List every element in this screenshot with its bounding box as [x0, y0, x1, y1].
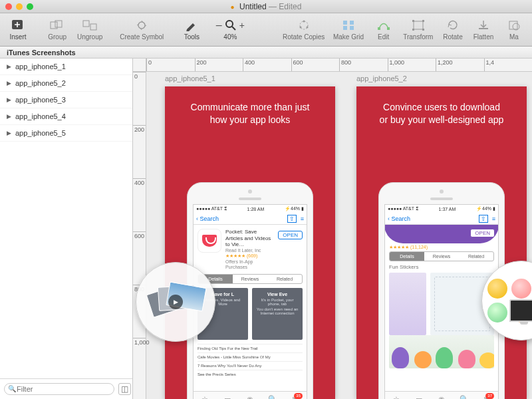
- artboard-2[interactable]: Convince users to download or buy your w…: [356, 86, 527, 399]
- layer-row[interactable]: ▶app_iphone5_2: [0, 75, 132, 92]
- edit-button[interactable]: Edit: [368, 17, 399, 42]
- layer-row[interactable]: ▶app_iphone5_4: [0, 108, 132, 125]
- list-item: See the Precis Series: [198, 370, 303, 378]
- list-icon[interactable]: ≡: [492, 215, 495, 222]
- rotate-icon: [445, 19, 461, 32]
- updates-badge: 35: [294, 393, 303, 399]
- svg-point-9: [306, 27, 308, 29]
- svg-point-6: [226, 21, 233, 27]
- zoom-in-button[interactable]: +: [239, 20, 245, 31]
- page-name: iTunes Screenshots: [7, 49, 76, 57]
- svg-rect-20: [412, 29, 414, 31]
- flatten-icon: [475, 19, 491, 32]
- ungroup-button[interactable]: Ungroup: [72, 17, 107, 42]
- layer-row[interactable]: ▶app_iphone5_5: [0, 125, 132, 142]
- create-symbol-button[interactable]: Create Symbol: [116, 17, 168, 42]
- ruler-vertical: 02004006008001,000: [133, 72, 146, 399]
- open-button[interactable]: OPEN: [278, 231, 303, 239]
- artboard-label[interactable]: app_iphone5_1: [165, 74, 215, 82]
- layer-row[interactable]: ▶app_iphone5_3: [0, 92, 132, 108]
- svg-point-8: [303, 21, 305, 23]
- svg-rect-4: [90, 24, 96, 30]
- headline: Communicate more than just how your app …: [165, 86, 335, 126]
- filter-input[interactable]: [4, 383, 114, 395]
- tools-button[interactable]: Tools: [176, 17, 207, 42]
- page-selector[interactable]: iTunes Screenshots: [0, 47, 532, 59]
- svg-rect-18: [412, 20, 414, 22]
- layer-name: app_iphone5_3: [15, 96, 66, 104]
- grid-icon: [340, 19, 356, 32]
- svg-rect-19: [422, 20, 424, 22]
- minimize-icon[interactable]: [16, 3, 23, 10]
- open-button[interactable]: OPEN: [470, 229, 495, 237]
- screenshot-card: View Eve It's in Pocket, your phone, tab…: [252, 288, 303, 340]
- back-button[interactable]: ‹ Search: [388, 215, 410, 222]
- app-rating: ★★★★★ (11,124): [385, 243, 498, 251]
- phone-camera-icon: [440, 190, 444, 194]
- mask-button-partial[interactable]: Ma: [499, 17, 529, 42]
- disclosure-icon: ▶: [7, 113, 11, 120]
- list-icon[interactable]: ≡: [301, 215, 304, 222]
- tab-search[interactable]: 🔍Search: [261, 392, 284, 399]
- play-icon: ▶: [168, 295, 183, 309]
- screenshot-thumb: [389, 273, 426, 335]
- zoom-icon[interactable]: [27, 3, 33, 10]
- mask-icon: [506, 19, 522, 32]
- filter-bar: 🔍 ◫ ✎ 10: [0, 378, 132, 399]
- layer-name: app_iphone5_5: [15, 129, 66, 137]
- character-strip: [389, 335, 494, 368]
- tab-featured[interactable]: ☆Featured: [194, 392, 216, 399]
- eyedropper-icon[interactable]: ◫: [118, 383, 131, 395]
- back-button[interactable]: ‹ Search: [196, 215, 219, 222]
- tab-updates[interactable]: ▣Updates37: [475, 392, 498, 399]
- artboard-label[interactable]: app_iphone5_2: [356, 74, 407, 82]
- rotate-button[interactable]: Rotate: [438, 17, 468, 42]
- app-icon: [198, 229, 221, 253]
- flatten-button[interactable]: Flatten: [468, 17, 499, 42]
- group-icon: [49, 19, 65, 32]
- tab-search[interactable]: 🔍Search: [453, 392, 475, 399]
- svg-rect-13: [343, 26, 347, 30]
- tab-nearme[interactable]: ◉Near Me: [239, 392, 261, 399]
- canvas[interactable]: 02004006008001,0001,2001,4 0200400600800…: [133, 59, 532, 399]
- status-bar: ●●●●● AT&T ⵉ 1:28 AM ⚡44% ▮: [194, 205, 307, 213]
- toolbar: Insert Group Ungroup Create Symbol Tools…: [0, 13, 532, 47]
- segment-control[interactable]: Details Reviews Related: [389, 251, 494, 261]
- share-icon[interactable]: ⇧: [479, 215, 488, 223]
- phone-speaker-icon: [430, 198, 453, 200]
- tab-topcharts[interactable]: ▭Top Charts: [408, 392, 430, 399]
- doc-title: Untitled: [239, 2, 267, 11]
- layer-row[interactable]: ▶app_iphone5_1: [0, 59, 132, 75]
- segment-control[interactable]: Details Reviews Related: [198, 274, 303, 284]
- svg-rect-21: [422, 29, 424, 31]
- zoom-out-button[interactable]: –: [216, 19, 222, 31]
- layer-name: app_iphone5_1: [15, 63, 66, 70]
- tab-nearme[interactable]: ◉Near Me: [430, 392, 453, 399]
- make-grid-button[interactable]: Make Grid: [329, 17, 368, 42]
- tab-featured[interactable]: ☆Featured: [385, 392, 408, 399]
- disclosure-icon: ▶: [7, 63, 11, 70]
- transform-icon: [410, 19, 426, 32]
- disclosure-icon: ▶: [7, 96, 11, 103]
- magnify-icon[interactable]: [225, 19, 237, 31]
- symbol-icon: [134, 19, 150, 32]
- group-button[interactable]: Group: [42, 17, 72, 42]
- close-icon[interactable]: [5, 3, 12, 10]
- layers-panel: ▶app_iphone5_1▶app_iphone5_2▶app_iphone5…: [0, 59, 133, 399]
- tab-topcharts[interactable]: ▭Top Charts: [216, 392, 239, 399]
- layer-name: app_iphone5_4: [15, 112, 66, 120]
- list-item: 7 Reasons Why You'll Never Do Any: [198, 361, 303, 370]
- tab-bar: ☆Featured ▭Top Charts ◉Near Me 🔍Search ▣…: [385, 391, 498, 399]
- svg-rect-16: [387, 27, 390, 30]
- ruler-horizontal: 02004006008001,0001,2001,4: [146, 59, 532, 72]
- svg-rect-3: [83, 21, 89, 27]
- rotate-copies-button[interactable]: Rotate Copies: [279, 17, 329, 42]
- disclosure-icon: ▶: [7, 130, 11, 136]
- artboard-1[interactable]: Communicate more than just how your app …: [165, 86, 335, 399]
- transform-button[interactable]: Transform: [399, 17, 438, 42]
- tab-updates[interactable]: ▣Updates35: [284, 392, 307, 399]
- svg-rect-17: [414, 21, 423, 29]
- pocket-logo-icon: [202, 235, 217, 247]
- share-icon[interactable]: ⇧: [287, 215, 297, 223]
- insert-button[interactable]: Insert: [3, 17, 33, 42]
